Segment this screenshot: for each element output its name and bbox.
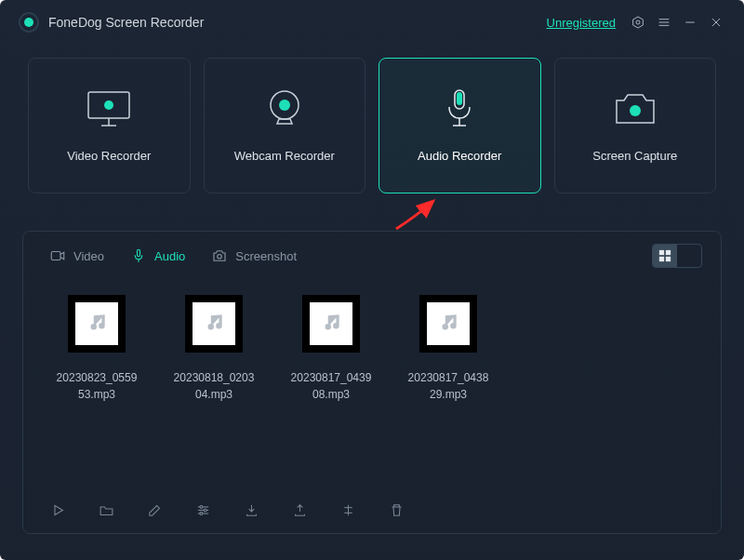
tab-video[interactable]: Video (49, 247, 104, 264)
mode-selector: Video Recorder Webcam Recorder Audio Rec… (0, 45, 744, 193)
file-name: 20230817_043908.mp3 (287, 369, 376, 403)
svg-point-36 (199, 512, 202, 514)
list-view-button[interactable] (677, 245, 701, 267)
tab-label: Video (73, 249, 104, 263)
svg-rect-19 (51, 252, 60, 260)
register-link[interactable]: Unregistered (547, 16, 616, 30)
app-logo-icon (19, 12, 39, 33)
file-grid: 20230823_055953.mp320230818_020304.mp320… (23, 280, 721, 487)
svg-rect-24 (666, 250, 671, 255)
view-toggle (652, 244, 702, 268)
svg-rect-15 (457, 92, 462, 105)
music-note-icon (310, 302, 352, 345)
mode-label: Screen Capture (592, 149, 677, 163)
music-note-icon (193, 302, 235, 345)
play-button[interactable] (47, 500, 68, 520)
svg-point-18 (630, 105, 641, 116)
close-icon[interactable] (703, 9, 729, 35)
tab-label: Screenshot (235, 249, 297, 263)
settings-sliders-button[interactable] (193, 500, 213, 520)
app-title: FoneDog Screen Recorder (48, 15, 204, 30)
minimize-icon[interactable] (677, 9, 703, 35)
library-panel: Video Audio Screenshot 20230823_05595 (22, 231, 722, 534)
svg-rect-26 (666, 257, 671, 261)
svg-point-35 (204, 509, 206, 512)
svg-rect-20 (138, 249, 140, 257)
rename-button[interactable] (144, 500, 165, 520)
svg-point-13 (279, 100, 290, 111)
tab-screenshot[interactable]: Screenshot (211, 247, 297, 264)
svg-rect-25 (659, 257, 664, 261)
svg-point-11 (104, 100, 113, 110)
file-item[interactable]: 20230823_055953.mp3 (38, 295, 155, 487)
svg-rect-23 (659, 250, 664, 255)
menu-icon[interactable] (651, 9, 677, 35)
trim-button[interactable] (338, 500, 358, 520)
mode-screen-capture[interactable]: Screen Capture (554, 58, 717, 193)
file-thumbnail (185, 295, 243, 353)
mode-label: Video Recorder (67, 149, 151, 163)
svg-point-34 (199, 505, 202, 508)
file-name: 20230823_055953.mp3 (53, 369, 141, 403)
arrow-annotation-icon (391, 197, 446, 234)
mode-video-recorder[interactable]: Video Recorder (28, 58, 191, 193)
tab-audio[interactable]: Audio (130, 247, 185, 264)
music-note-icon (427, 302, 470, 345)
file-thumbnail (419, 295, 477, 353)
mode-label: Webcam Recorder (234, 149, 335, 163)
svg-marker-30 (54, 505, 62, 514)
file-name: 20230817_043829.mp3 (405, 369, 493, 403)
file-item[interactable]: 20230818_020304.mp3 (155, 295, 272, 487)
file-item[interactable]: 20230817_043829.mp3 (390, 295, 507, 487)
svg-marker-0 (633, 17, 644, 28)
file-thumbnail (302, 295, 360, 353)
mode-audio-recorder[interactable]: Audio Recorder (379, 58, 541, 193)
library-tabs: Video Audio Screenshot (23, 232, 721, 280)
title-bar: FoneDog Screen Recorder Unregistered (0, 0, 744, 45)
app-window: FoneDog Screen Recorder Unregistered Vid… (0, 0, 744, 560)
library-toolbar (23, 487, 721, 533)
file-thumbnail (68, 295, 126, 353)
settings-icon[interactable] (625, 9, 651, 35)
camera-icon (611, 89, 659, 128)
export-button[interactable] (289, 500, 310, 520)
file-name: 20230818_020304.mp3 (170, 369, 259, 403)
import-button[interactable] (241, 500, 261, 520)
grid-view-button[interactable] (653, 245, 677, 267)
mode-webcam-recorder[interactable]: Webcam Recorder (204, 58, 366, 193)
webcam-icon (262, 89, 307, 128)
svg-point-22 (218, 255, 222, 260)
folder-button[interactable] (96, 500, 116, 520)
delete-button[interactable] (386, 500, 406, 520)
tab-label: Audio (154, 249, 185, 263)
svg-point-1 (636, 20, 640, 24)
music-note-icon (75, 302, 118, 345)
file-item[interactable]: 20230817_043908.mp3 (272, 295, 390, 487)
monitor-icon (83, 89, 135, 128)
mode-label: Audio Recorder (418, 149, 501, 163)
microphone-icon (441, 89, 478, 128)
